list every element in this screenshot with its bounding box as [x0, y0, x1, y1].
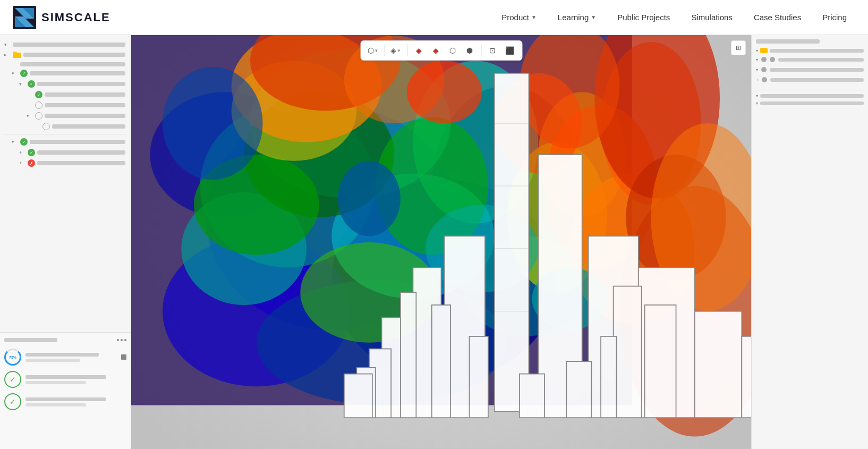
- tree-expand-3: ▾: [12, 71, 18, 76]
- svg-rect-46: [495, 73, 529, 412]
- run-info-3: [25, 397, 126, 406]
- tree-label-3: [30, 71, 125, 75]
- tree-item-0[interactable]: ▾: [4, 40, 126, 49]
- rp-divider: [756, 90, 864, 90]
- rp-dropdown-2[interactable]: ▾: [756, 101, 864, 106]
- svg-rect-5: [13, 53, 21, 58]
- learning-chevron-icon: ▼: [591, 14, 596, 20]
- nav-public-projects[interactable]: Public Projects: [609, 9, 678, 26]
- tree-item-2[interactable]: [4, 61, 126, 68]
- rp-dropdown-label-1: [760, 94, 864, 98]
- product-chevron-icon: ▼: [531, 14, 537, 20]
- rp-dropdown-1[interactable]: ▾: [756, 94, 864, 98]
- tree-item-5[interactable]: ✓: [4, 89, 126, 100]
- tree-item-4[interactable]: ▾ ✓: [4, 79, 126, 89]
- svg-rect-6: [13, 52, 17, 53]
- run-label-3: [25, 397, 106, 401]
- run-item-2[interactable]: ✓: [4, 371, 126, 388]
- svg-rect-59: [614, 286, 642, 418]
- logo[interactable]: SIMSCALE: [13, 6, 110, 29]
- left-sidebar: ▾ ▸ ▾ ✓: [0, 35, 131, 449]
- solid-button[interactable]: ⬢: [462, 43, 478, 58]
- rp-label-3: [770, 78, 864, 82]
- rp-folder-row[interactable]: ▾: [756, 48, 864, 53]
- toolbar-divider-2: [407, 45, 407, 56]
- tree-item-3[interactable]: ▾ ✓: [4, 68, 126, 79]
- bottom-title: [4, 338, 57, 342]
- tree-label-7: [45, 114, 125, 118]
- run-info-1: [25, 353, 117, 362]
- tree-item-1[interactable]: ▸: [4, 49, 126, 61]
- simscale-logo-icon: [13, 6, 36, 29]
- nav-product[interactable]: Product ▼: [493, 9, 545, 26]
- run-success-circle-3: ✓: [4, 393, 21, 410]
- viewport[interactable]: ⬡ ▼ ◈ ▼ ◆ ◆ ⬡ ⬢ ⊡: [131, 35, 751, 449]
- svg-rect-62: [520, 374, 544, 418]
- right-panel-title: [756, 39, 820, 44]
- run-item-1[interactable]: 75%: [4, 349, 126, 366]
- section-button[interactable]: ⬛: [501, 43, 517, 58]
- view-mode-button[interactable]: ⬡ ▼: [365, 43, 381, 58]
- display-icon: ◈: [390, 46, 396, 55]
- dots-menu[interactable]: [117, 339, 126, 341]
- rp-row-3[interactable]: +: [756, 76, 864, 83]
- tree-item-8[interactable]: [4, 121, 126, 132]
- folder-expand-icon: ▾: [756, 48, 758, 53]
- edge-button[interactable]: ◆: [428, 43, 444, 58]
- tree-item-7[interactable]: ▾: [4, 111, 126, 121]
- run-stop-button[interactable]: [121, 354, 126, 360]
- status-green-9: ✓: [20, 138, 28, 146]
- section-icon: ⬛: [505, 46, 514, 55]
- status-empty-8: [42, 123, 50, 130]
- display-mode-button[interactable]: ◈ ▼: [388, 43, 404, 58]
- svg-rect-58: [401, 292, 416, 418]
- tree-label-1: [23, 53, 125, 57]
- run-check-3: ✓: [10, 397, 16, 406]
- svg-rect-61: [344, 374, 372, 418]
- run-sublabel-2: [25, 381, 86, 384]
- dot-1: [117, 339, 119, 341]
- rp-dot-1b: [770, 57, 775, 62]
- nav-learning[interactable]: Learning ▼: [549, 9, 605, 26]
- tree-item-11[interactable]: + ✗: [4, 158, 126, 168]
- edge-icon: ◆: [433, 46, 439, 55]
- run-sublabel-3: [25, 403, 86, 406]
- svg-rect-56: [742, 336, 751, 418]
- rp-row-2[interactable]: ▾: [756, 66, 864, 73]
- dot-2: [121, 339, 123, 341]
- tree-label-2: [20, 62, 125, 66]
- tree-label-4: [37, 82, 125, 86]
- logo-text: SIMSCALE: [41, 11, 110, 24]
- vertex-button[interactable]: ⬡: [445, 43, 461, 58]
- tree-item-9[interactable]: ▾ ✓: [4, 137, 126, 147]
- dot-3: [124, 339, 126, 341]
- tree-label-11: [37, 161, 125, 165]
- rp-chevron-2: ▾: [756, 101, 758, 106]
- rp-row-1[interactable]: ▾: [756, 56, 864, 63]
- nav-case-studies[interactable]: Case Studies: [745, 9, 810, 26]
- measure-button[interactable]: ⊡: [484, 43, 500, 58]
- status-empty-6: [35, 101, 42, 109]
- svg-rect-64: [470, 336, 488, 418]
- face-button[interactable]: ◆: [411, 43, 427, 58]
- tree-label-6: [45, 103, 125, 107]
- expand-panel-button[interactable]: ⊞: [731, 40, 746, 55]
- rp-folder-icon: [760, 48, 768, 53]
- tree-item-6[interactable]: [4, 100, 126, 111]
- tree-expand-0: ▾: [4, 42, 11, 47]
- cube-icon: ⬡: [368, 46, 374, 55]
- rp-expand-1: ▾: [756, 57, 758, 62]
- tree-item-10[interactable]: + ✓: [4, 147, 126, 158]
- tree-label-0: [13, 43, 125, 47]
- status-green-4: ✓: [28, 80, 35, 88]
- run-label-1: [25, 353, 99, 357]
- run-item-3[interactable]: ✓: [4, 393, 126, 410]
- nav-simulations[interactable]: Simulations: [683, 9, 741, 26]
- measure-icon: ⊡: [489, 46, 496, 55]
- svg-rect-55: [695, 311, 742, 418]
- nav-pricing[interactable]: Pricing: [814, 9, 855, 26]
- cfd-visualization: [131, 35, 751, 449]
- right-panel-header: [756, 39, 864, 44]
- rp-label-2: [770, 68, 864, 72]
- solid-icon: ⬢: [466, 46, 473, 55]
